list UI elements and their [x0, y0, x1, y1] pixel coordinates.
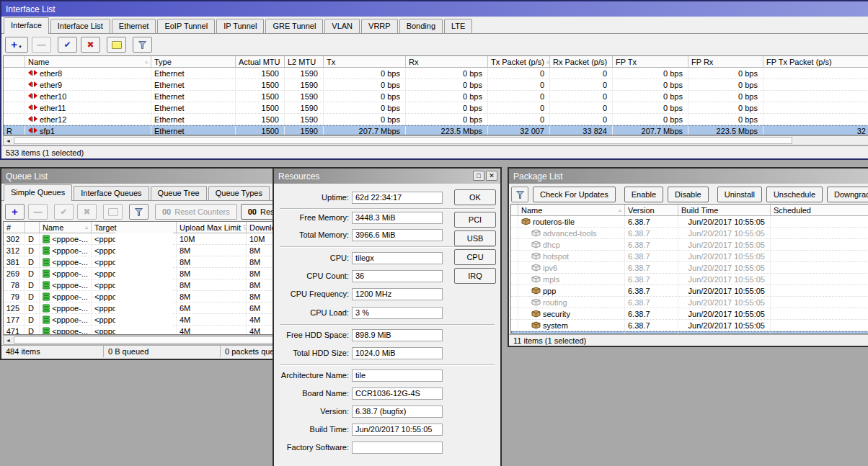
- package-row[interactable]: routeros-tile 6.38.7 Jun/20/2017 10:55:0…: [511, 216, 868, 228]
- total-hdd-field[interactable]: 1024.0 MiB: [352, 347, 443, 359]
- table-row[interactable]: ether9 Ethernet 1500 1590 0 bps 0 bps 0 …: [4, 79, 868, 91]
- package-row-disabled[interactable]: mpls 6.38.7 Jun/20/2017 10:55:05: [511, 274, 868, 285]
- board-name-field[interactable]: CCR1036-12G-4S: [352, 387, 443, 400]
- disable-button[interactable]: ✖: [81, 37, 100, 53]
- table-row[interactable]: ether11 Ethernet 1500 1590 0 bps 0 bps 0…: [4, 102, 868, 114]
- header-name[interactable]: Name▵: [518, 205, 625, 215]
- reset-counters-button[interactable]: 00 Reset Counters: [155, 204, 237, 220]
- resources-titlebar[interactable]: Resources □ ✕: [274, 169, 500, 184]
- tab-gre-tunnel[interactable]: GRE Tunnel: [265, 19, 323, 33]
- close-button[interactable]: ✕: [486, 171, 497, 181]
- comment-button[interactable]: [103, 204, 123, 220]
- header-type[interactable]: Type: [151, 56, 236, 67]
- cpu-button[interactable]: CPU: [454, 249, 496, 265]
- build-time-field[interactable]: Jun/20/2017 10:55:05: [352, 424, 443, 436]
- tab-vlan[interactable]: VLAN: [324, 19, 360, 33]
- check-for-updates-button[interactable]: Check For Updates: [533, 187, 616, 202]
- scrollbar-thumb[interactable]: [14, 137, 792, 144]
- header-version[interactable]: Version: [625, 205, 678, 215]
- tab-bonding[interactable]: Bonding: [399, 19, 443, 33]
- header-name[interactable]: Name▵: [40, 222, 92, 233]
- package-row[interactable]: security 6.38.7 Jun/20/2017 10:55:05: [511, 308, 868, 320]
- table-row[interactable]: ether8 Ethernet 1500 1590 0 bps 0 bps 0 …: [4, 68, 868, 79]
- disable-button[interactable]: Disable: [668, 187, 709, 202]
- header-flag[interactable]: [4, 56, 25, 67]
- header-number[interactable]: #: [4, 222, 25, 233]
- tab-queue-tree[interactable]: Queue Tree: [151, 186, 207, 200]
- unschedule-button[interactable]: Unschedule: [766, 187, 823, 202]
- header-build-time[interactable]: Build Time: [678, 205, 771, 215]
- tab-interface-list[interactable]: Interface List: [50, 19, 110, 33]
- tab-interface[interactable]: Interface: [4, 17, 49, 34]
- interface-list-titlebar[interactable]: Interface List: [1, 1, 868, 17]
- add-button[interactable]: +: [5, 204, 25, 220]
- package-row-disabled[interactable]: routing 6.38.7 Jun/20/2017 10:55:05: [511, 297, 868, 308]
- add-button[interactable]: + ▼: [5, 37, 28, 53]
- package-row[interactable]: system 6.38.7 Jun/20/2017 10:55:05: [511, 320, 868, 331]
- comment-button[interactable]: [107, 37, 126, 53]
- header-l2-mtu[interactable]: L2 MTU: [285, 56, 324, 67]
- maximize-button[interactable]: □: [473, 171, 484, 181]
- free-memory-field[interactable]: 3448.3 MiB: [352, 212, 443, 224]
- header-rx-packet[interactable]: Rx Packet (p/s): [550, 56, 613, 67]
- tab-ethernet[interactable]: Ethernet: [112, 19, 156, 33]
- horizontal-scrollbar[interactable]: ◄: [3, 135, 868, 145]
- enable-button[interactable]: Enable: [624, 187, 663, 202]
- irq-button[interactable]: IRQ: [454, 268, 496, 284]
- remove-button[interactable]: —: [28, 204, 48, 220]
- table-row-selected[interactable]: R sfp1 Ethernet 1500 1590 207.7 Mbps 223…: [4, 125, 868, 135]
- header-fp-rx[interactable]: FP Rx: [688, 56, 763, 67]
- tab-ip-tunnel[interactable]: IP Tunnel: [216, 19, 264, 33]
- free-hdd-field[interactable]: 898.9 MiB: [352, 329, 443, 341]
- architecture-field[interactable]: tile: [352, 369, 443, 382]
- enable-button[interactable]: ✔: [58, 37, 77, 53]
- filter-button[interactable]: [511, 187, 528, 202]
- cpu-load-field[interactable]: 3 %: [352, 307, 443, 319]
- cpu-field[interactable]: tilegx: [352, 252, 443, 264]
- header-upload[interactable]: Upload Max Limit▽: [177, 222, 247, 233]
- scroll-left-icon[interactable]: ◄: [6, 138, 11, 144]
- total-memory-field[interactable]: 3966.6 MiB: [352, 229, 443, 241]
- pci-button[interactable]: PCI: [454, 212, 496, 228]
- header-flag[interactable]: [25, 222, 40, 233]
- tab-simple-queues[interactable]: Simple Queues: [4, 184, 72, 201]
- uninstall-button[interactable]: Uninstall: [717, 187, 762, 202]
- package-list-titlebar[interactable]: Package List: [509, 169, 868, 184]
- header-tx-packet[interactable]: Tx Packet (p/s)▵: [488, 56, 550, 67]
- tab-vrrp[interactable]: VRRP: [361, 19, 398, 33]
- header-rx[interactable]: Rx: [406, 56, 488, 67]
- cpu-count-field[interactable]: 36: [352, 270, 443, 282]
- header-tx[interactable]: Tx: [324, 56, 406, 67]
- tab-lte[interactable]: LTE: [444, 19, 472, 33]
- header-name[interactable]: Name▵: [25, 56, 151, 67]
- version-field[interactable]: 6.38.7 (bugfix): [352, 405, 443, 418]
- disable-button[interactable]: ✖: [77, 204, 97, 220]
- uptime-field[interactable]: 62d 22:34:17: [352, 192, 443, 204]
- filter-button[interactable]: [129, 204, 149, 220]
- factory-software-field[interactable]: [352, 442, 443, 454]
- ok-button[interactable]: OK: [454, 189, 496, 205]
- cpu-frequency-field[interactable]: 1200 MHz: [352, 288, 443, 300]
- header-target[interactable]: Target: [92, 222, 177, 233]
- package-row-disabled[interactable]: dhcp 6.38.7 Jun/20/2017 10:55:05: [511, 239, 868, 251]
- package-row-disabled[interactable]: advanced-tools 6.38.7 Jun/20/2017 10:55:…: [511, 228, 868, 239]
- header-fp-tx[interactable]: FP Tx: [613, 56, 688, 67]
- tab-queue-types[interactable]: Queue Types: [208, 186, 270, 200]
- package-row-disabled[interactable]: ipv6 6.38.7 Jun/20/2017 10:55:05: [511, 262, 868, 274]
- scroll-left-icon[interactable]: ◄: [6, 337, 11, 344]
- header-fp-tx-packet[interactable]: FP Tx Packet (p/s): [763, 56, 868, 67]
- table-row[interactable]: ether10 Ethernet 1500 1590 0 bps 0 bps 0…: [4, 91, 868, 102]
- tab-eoip-tunnel[interactable]: EoIP Tunnel: [157, 19, 215, 33]
- package-row[interactable]: ppp 6.38.7 Jun/20/2017 10:55:05: [511, 285, 868, 297]
- tab-interface-queues[interactable]: Interface Queues: [74, 186, 149, 200]
- usb-button[interactable]: USB: [454, 230, 496, 246]
- enable-button[interactable]: ✔: [54, 204, 74, 220]
- downgrade-button[interactable]: Downgrade: [827, 187, 868, 202]
- filter-button[interactable]: [133, 37, 152, 53]
- header-actual-mtu[interactable]: Actual MTU: [236, 56, 285, 67]
- remove-button[interactable]: —: [32, 37, 51, 53]
- header-scheduled[interactable]: Scheduled: [771, 205, 868, 215]
- package-row-disabled[interactable]: hotspot 6.38.7 Jun/20/2017 10:55:05: [511, 251, 868, 262]
- table-row[interactable]: ether12 Ethernet 1500 1590 0 bps 0 bps 0…: [4, 114, 868, 125]
- interface-icon: [28, 127, 37, 134]
